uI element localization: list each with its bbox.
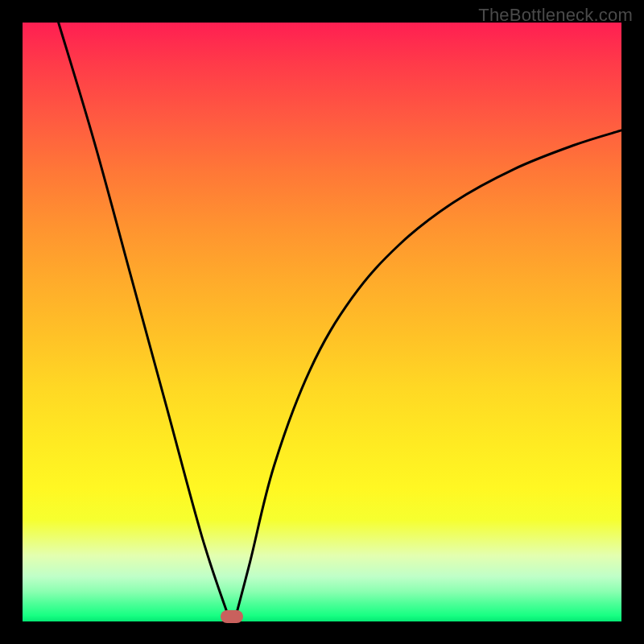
curve-layer [23, 23, 621, 621]
vertex-marker [221, 610, 243, 623]
curve-left-branch [59, 23, 229, 618]
watermark-text: TheBottleneck.com [478, 5, 633, 26]
plot-area [23, 23, 621, 621]
chart-frame: TheBottleneck.com [0, 0, 644, 644]
curve-right-branch [235, 130, 621, 618]
